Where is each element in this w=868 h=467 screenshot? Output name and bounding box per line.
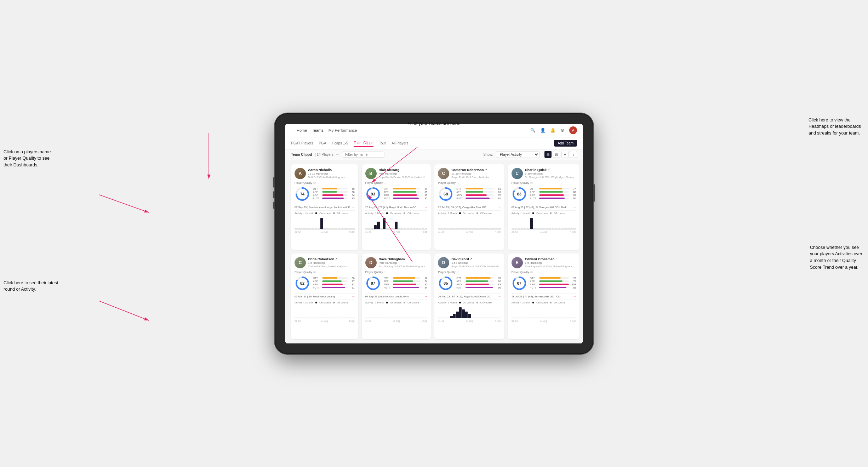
sub-nav: PGAT Players PGA Hcaps 1-5 Team Clippd T… [285,137,583,149]
quality-content[interactable]: 74 OTT 60 APP 58 ARG 84 [295,186,355,202]
player-card-4[interactable]: C Chris Robertson ✓ 1-5 Handicap Craigmi… [291,254,358,339]
stat-ott: OTT 73 [530,277,576,279]
filter-input[interactable] [342,152,384,158]
last-round[interactable]: 02 Sep 23 | Sundew round to get back int… [295,204,355,211]
annotation-heatmaps: Click here to view theHeatmaps or leader… [809,117,861,137]
last-round-text: 04 Sep 23 | Mobility with coach, Gym [365,295,425,298]
tab-tour[interactable]: Tour [379,140,386,147]
nav-my-performance[interactable]: My Performance [329,127,357,134]
stat-putt: PUTT 92 [530,286,576,289]
quality-info-icon: ⓘ [530,270,533,274]
activity-header: Activity · 1 Month On course Off course [365,301,428,304]
ipad-screen: Home Teams My Performance 🔍 👤 🔔 ⊙ A PGAT… [285,124,583,343]
last-round[interactable]: 18 Jul 23 | 74 (+4), Sunningdale GC - Ol… [512,293,576,300]
svg-line-2 [99,195,149,212]
player-card-2[interactable]: C Cameron Robertson ✓ 11-15 Handicap Roy… [434,164,504,250]
stat-putt: PUTT 96 [456,286,501,289]
player-header: B Blair McHarg Plus Handicap Royal North… [365,168,428,179]
player-card-3[interactable]: C Charlie Quick ✓ 6-10 Handicap St. Geor… [508,164,579,250]
tab-hcaps[interactable]: Hcaps 1-5 [332,140,348,147]
donut-score: 87 [371,281,375,285]
stat-ott: OTT 60 [313,188,355,190]
show-select[interactable]: Player Activity Quality Score Trend [496,151,539,158]
quality-content[interactable]: 83 OTT 77 APP 80 ARG 83 [512,186,576,202]
svg-line-3 [99,301,149,320]
nav-teams[interactable]: Teams [312,127,323,134]
player-avatar: C [512,168,523,179]
nav-home[interactable]: Home [297,127,307,134]
player-header: E Edward Crossman 1-5 Handicap Sunningda… [512,257,576,268]
stat-ott: OTT 60 [313,277,355,279]
last-round[interactable]: 26 Aug 23 | 84 (+12), Royal North Devon … [438,293,501,300]
off-course-dot [550,212,552,214]
quality-content[interactable]: 85 OTT 89 APP 80 ARG 83 [438,275,501,291]
quality-content[interactable]: 68 OTT 61 APP 63 ARG 75 [438,186,501,202]
quality-info-icon: ⓘ [384,270,386,274]
quality-content[interactable]: 87 OTT 73 APP 79 ARG 103 [512,275,576,291]
donut-score: 85 [444,281,448,285]
last-round[interactable]: 04 Sep 23 | Mobility with coach, Gym → [365,293,428,300]
last-round[interactable]: 07 Aug 23 | 77 (+7), St George's Hill GC… [512,204,576,211]
chart-dates: 31 Jul 21 Aug 4 Sep [295,320,355,322]
bell-icon[interactable]: 🔔 [549,127,556,133]
help-icon[interactable]: ⊙ [559,127,566,133]
player-header: C Charlie Quick ✓ 6-10 Handicap St. Geor… [512,168,576,179]
donut-score: 83 [517,192,521,196]
player-name[interactable]: Dave Billingham [379,257,428,261]
grid-large-view[interactable]: ⊞ [544,151,552,158]
quality-label: Player Quality ⓘ [365,270,428,274]
player-avatar: B [365,168,377,179]
donut-chart: 68 [438,186,453,202]
sort-view[interactable]: ↕ [570,151,577,158]
tab-pgat-players[interactable]: PGAT Players [291,140,313,147]
last-round-text: 07 Aug 23 | 77 (+7), St George's Hill GC… [512,206,573,209]
last-round-arrow: → [352,206,355,209]
player-name[interactable]: Chris Robertson ✓ [308,257,355,261]
tab-pga[interactable]: PGA [319,140,326,147]
stat-arg: ARG 84 [313,194,355,197]
mini-chart [512,216,576,230]
search-icon[interactable]: 🔍 [530,127,536,133]
quality-content[interactable]: 93 OTT 84 APP 85 ARG 88 [365,186,428,202]
player-name[interactable]: Aaron Nicholls [308,168,355,172]
donut-chart: 82 [295,275,310,291]
player-card-1[interactable]: B Blair McHarg Plus Handicap Royal North… [362,164,431,250]
player-info: Dave Billingham Plus Handicap Sog Maging… [379,257,428,268]
player-club: Drift Golf Club, United Kingdom [308,176,355,179]
quality-label: Player Quality ⓘ [295,181,355,185]
player-card-5[interactable]: D Dave Billingham Plus Handicap Sog Magi… [362,254,431,339]
player-name[interactable]: Blair McHarg [379,168,428,172]
player-card-6[interactable]: D David Ford ✓ 1-5 Handicap Royal North … [434,254,504,339]
player-handicap: 1-5 Handicap [451,261,501,264]
player-card-0[interactable]: A Aaron Nicholls 11-15 Handicap Drift Go… [291,164,358,250]
player-avatar: C [438,168,449,179]
activity-header: Activity · 1 Month On course Off course [512,301,576,304]
tab-all-players[interactable]: All Players [392,140,408,147]
team-title: Team Clippd [291,153,312,156]
grid-small-view[interactable]: ⊟ [553,151,560,158]
player-name[interactable]: Charlie Quick ✓ [525,168,576,172]
last-round[interactable]: 26 Aug 23 | 73 (+1), Royal North Devon G… [365,204,428,211]
filter-view[interactable]: ▼ [561,151,569,158]
person-icon[interactable]: 👤 [539,127,546,133]
last-round-text: 18 Jul 23 | 74 (+4), Sunningdale GC - Ol… [512,295,573,298]
avatar-icon[interactable]: A [569,126,577,134]
quality-content[interactable]: 82 OTT 60 APP 77 ARG 81 [295,275,355,291]
tab-team-clippd[interactable]: Team Clippd [354,139,373,147]
last-round[interactable]: 03 Mar 23 | 19, Must make putting → [295,293,355,300]
activity-header: Activity · 1 Month On course Off course [438,301,501,304]
edit-icon[interactable]: ✏ [336,153,339,156]
player-name[interactable]: David Ford ✓ [451,257,501,261]
off-course-dot [476,302,478,303]
add-team-button[interactable]: Add Team [554,140,577,147]
last-round[interactable]: 02 Jul 23 | 59 (+17), Craigmillar Park G… [438,204,501,211]
donut-score: 74 [300,192,304,196]
quality-content[interactable]: 87 OTT 82 APP 74 ARG 85 [365,275,428,291]
player-card-7[interactable]: E Edward Crossman 1-5 Handicap Sunningda… [508,254,579,339]
on-course-dot [532,212,534,214]
stats-list: OTT 84 APP 85 ARG 88 PUTT 95 [384,188,428,200]
stat-ott: OTT 84 [384,188,428,190]
player-name[interactable]: Cameron Robertson ✓ [451,168,501,172]
off-course-dot [476,212,478,214]
player-name[interactable]: Edward Crossman [525,257,576,261]
